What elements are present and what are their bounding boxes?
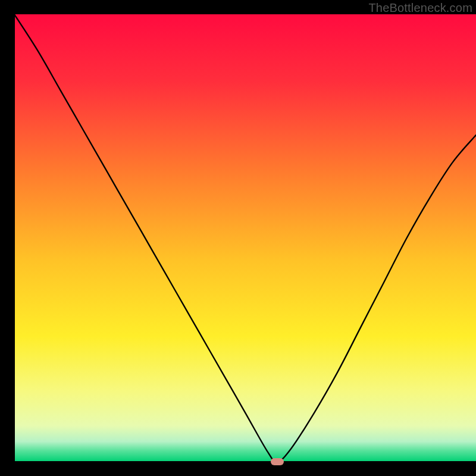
chart-stage: TheBottleneck.com	[0, 0, 476, 476]
bottleneck-chart	[0, 0, 476, 476]
